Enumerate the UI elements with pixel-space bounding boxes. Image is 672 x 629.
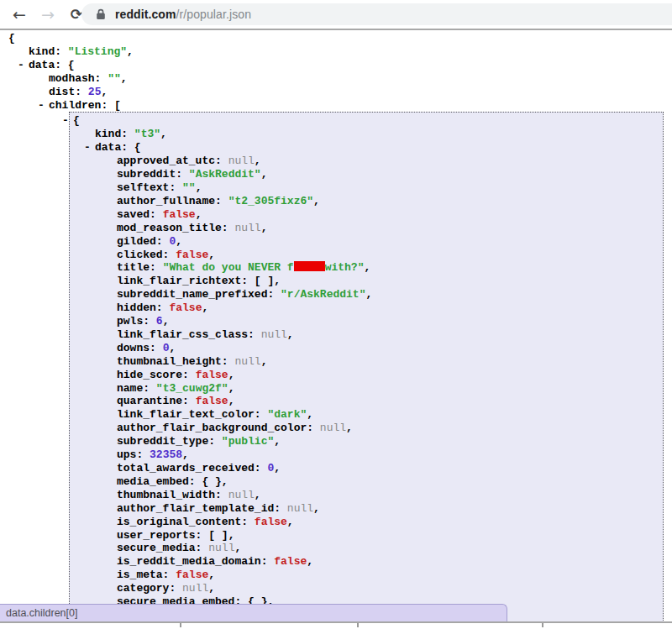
json-value: , bbox=[182, 448, 189, 461]
json-key: author_flair_template_id: bbox=[117, 502, 281, 515]
json-line: ups: 32358, bbox=[70, 448, 663, 462]
json-value: , bbox=[313, 502, 320, 515]
json-line: modhash: "", bbox=[0, 72, 672, 86]
json-line: user_reports: [ ], bbox=[70, 529, 663, 543]
json-line: -data: { bbox=[0, 59, 672, 72]
json-key: is_meta: bbox=[117, 569, 169, 581]
json-key: mod_reason_title: bbox=[117, 222, 228, 234]
json-value: 32358 bbox=[150, 448, 182, 461]
json-key: selftext: bbox=[117, 181, 176, 194]
json-value: false bbox=[176, 569, 208, 581]
json-value: , bbox=[261, 355, 268, 368]
forward-button[interactable]: → bbox=[35, 3, 60, 26]
json-line: media_embed: { }, bbox=[70, 475, 663, 489]
json-line: approved_at_utc: null, bbox=[70, 155, 663, 168]
json-line: category: null, bbox=[70, 582, 663, 595]
json-value: { bbox=[73, 114, 80, 127]
json-line: kind: "t3", bbox=[70, 128, 663, 141]
json-key: saved: bbox=[117, 208, 156, 221]
json-line: pwls: 6, bbox=[70, 315, 663, 328]
json-value: null bbox=[287, 502, 313, 515]
json-key: name: bbox=[117, 382, 150, 395]
json-line: { bbox=[0, 32, 672, 45]
json-value: , bbox=[274, 462, 281, 474]
lock-icon[interactable] bbox=[96, 8, 106, 20]
json-key: hide_score: bbox=[117, 369, 189, 381]
json-value: , bbox=[234, 542, 241, 554]
json-value: , bbox=[364, 261, 370, 274]
json-line: is_reddit_media_domain: false, bbox=[70, 555, 663, 569]
collapse-toggle[interactable]: - bbox=[62, 114, 69, 128]
json-line: title: "What do you NEVER fwith?", bbox=[70, 261, 663, 275]
collapse-toggle[interactable]: - bbox=[18, 59, 24, 72]
json-line: gilded: 0, bbox=[70, 235, 663, 249]
json-value: , bbox=[287, 328, 294, 341]
json-line: link_flair_text_color: "dark", bbox=[70, 408, 663, 422]
json-value: , bbox=[196, 208, 202, 221]
json-line: -children: [ bbox=[0, 99, 672, 113]
json-value: , bbox=[208, 249, 215, 261]
url-bar[interactable]: reddit.com/r/popular.json bbox=[81, 3, 672, 25]
json-line: dist: 25, bbox=[0, 86, 672, 99]
json-line: -{ bbox=[70, 114, 663, 128]
json-key: title: bbox=[117, 261, 156, 274]
json-key: subreddit: bbox=[117, 168, 182, 181]
json-key: thumbnail_height: bbox=[117, 355, 228, 368]
json-value: , bbox=[365, 288, 372, 301]
json-value: { bbox=[8, 32, 15, 45]
json-value: "What do you NEVER f bbox=[163, 261, 294, 274]
json-line: subreddit_name_prefixed: "r/AskReddit", bbox=[70, 288, 663, 301]
json-value: , bbox=[228, 395, 235, 407]
json-key: dist: bbox=[49, 86, 81, 98]
json-value: "t3" bbox=[134, 128, 160, 140]
json-value: false bbox=[196, 369, 228, 381]
json-key: is_original_content: bbox=[117, 516, 248, 528]
json-key: modhash: bbox=[49, 72, 101, 85]
json-line: author_fullname: "t2_305fixz6", bbox=[70, 195, 663, 208]
json-key: children: bbox=[49, 99, 108, 112]
json-key: hidden: bbox=[117, 301, 163, 314]
collapse-toggle[interactable]: - bbox=[84, 141, 91, 155]
json-value: null bbox=[261, 328, 287, 341]
url-text: reddit.com/r/popular.json bbox=[115, 8, 251, 21]
json-line: selftext: "", bbox=[70, 181, 663, 195]
json-value: [ ], bbox=[255, 275, 281, 287]
json-key: link_flair_text_color: bbox=[117, 408, 261, 421]
json-value: , bbox=[160, 128, 167, 140]
back-button[interactable]: ← bbox=[7, 3, 32, 26]
json-value: , bbox=[202, 301, 208, 314]
json-value: , bbox=[255, 489, 261, 501]
json-key: media_embed: bbox=[117, 475, 196, 488]
json-line: is_meta: false, bbox=[70, 569, 663, 582]
json-line: secure_media: null, bbox=[70, 542, 663, 555]
json-value: "" bbox=[108, 72, 121, 85]
clipped-next-line bbox=[0, 623, 672, 629]
json-value: , bbox=[101, 86, 108, 98]
json-value: , bbox=[274, 435, 281, 448]
json-value: null bbox=[182, 582, 208, 595]
json-line: link_flair_richtext: [ ], bbox=[70, 275, 663, 288]
json-line: total_awards_received: 0, bbox=[70, 462, 663, 475]
collapse-toggle[interactable]: - bbox=[38, 99, 45, 113]
json-value: null bbox=[228, 155, 255, 167]
json-key: category: bbox=[117, 582, 176, 595]
json-line: is_original_content: false, bbox=[70, 516, 663, 529]
url-host: reddit.com bbox=[115, 8, 176, 21]
json-value: null bbox=[234, 222, 260, 234]
json-value: null bbox=[208, 542, 234, 554]
json-value: , bbox=[307, 408, 313, 421]
json-value: [ bbox=[114, 99, 121, 112]
json-value: , bbox=[261, 222, 268, 234]
json-value: { bbox=[134, 141, 141, 154]
json-key: approved_at_utc: bbox=[117, 155, 222, 167]
json-value: , bbox=[176, 235, 182, 248]
json-value: "dark" bbox=[267, 408, 307, 421]
json-value: { }, bbox=[202, 475, 228, 488]
json-value: null bbox=[228, 489, 255, 501]
json-key: quarantine: bbox=[117, 395, 189, 407]
json-key: is_reddit_media_domain: bbox=[117, 555, 267, 568]
json-key: subreddit_name_prefixed: bbox=[117, 288, 274, 301]
redaction-box bbox=[294, 261, 325, 271]
json-value: , bbox=[169, 342, 176, 354]
json-key: kind: bbox=[95, 128, 128, 140]
